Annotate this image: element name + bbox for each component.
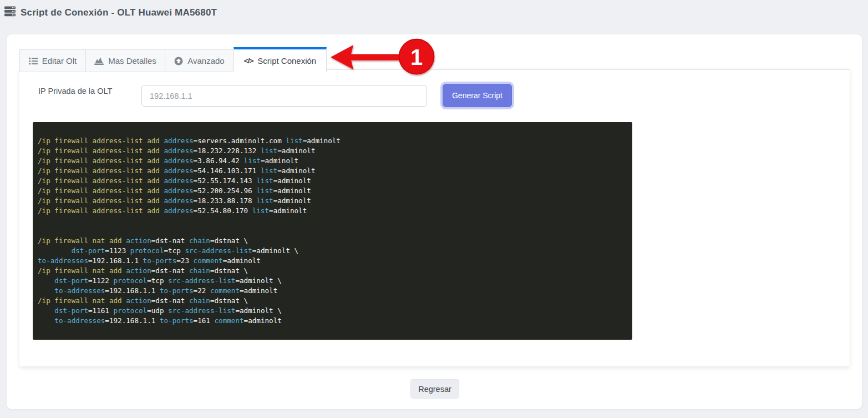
- tab-editar-olt[interactable]: Editar Olt: [19, 49, 86, 72]
- server-icon: [4, 6, 16, 19]
- list-icon: [29, 57, 38, 65]
- page-header: Script de Conexión - OLT Huawei MA5680T: [4, 6, 217, 19]
- tab-label: Avanzado: [187, 56, 224, 66]
- tab-avanzado[interactable]: Avanzado: [165, 49, 234, 72]
- code-icon: </>: [244, 57, 253, 65]
- content-card: Editar Olt Mas Detalles Avanzado: [7, 34, 862, 409]
- generate-script-button[interactable]: Generar Script: [443, 84, 512, 107]
- ip-field-label: IP Privada de la OLT: [38, 87, 112, 95]
- page-title: Script de Conexión - OLT Huawei MA5680T: [21, 7, 217, 18]
- tab-content-panel: IP Privada de la OLT Generar Script /ip …: [19, 69, 850, 366]
- script-output: /ip firewall address-list add address=se…: [33, 122, 632, 340]
- tab-bar: Editar Olt Mas Detalles Avanzado: [19, 47, 850, 72]
- chart-area-icon: [94, 57, 104, 65]
- tab-label: Script Conexión: [257, 56, 316, 66]
- tab-mas-detalles[interactable]: Mas Detalles: [85, 49, 165, 72]
- tab-script-conexion[interactable]: </> Script Conexión: [234, 47, 327, 72]
- back-button[interactable]: Regresar: [410, 379, 459, 399]
- ip-input[interactable]: [141, 85, 427, 107]
- tab-label: Mas Detalles: [108, 56, 156, 66]
- arrow-circle-up-icon: [174, 57, 183, 66]
- tab-label: Editar Olt: [42, 56, 77, 66]
